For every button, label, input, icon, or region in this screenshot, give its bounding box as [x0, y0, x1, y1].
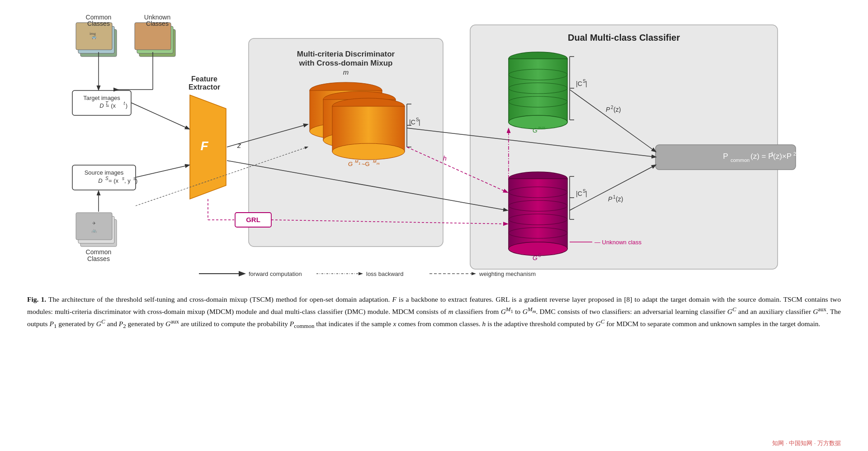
diagram-area: Dual Multi-class Classifier 🚌 img Common…	[27, 9, 841, 290]
feature-extractor-label: Feature	[191, 75, 217, 83]
svg-text:|: |	[419, 119, 420, 126]
watermark: 知网 · 中国知网 · 万方数据	[772, 439, 841, 447]
source-images-label: Source images	[85, 169, 124, 176]
caption-text: The architecture of the threshold self-t…	[27, 295, 841, 328]
svg-text:= (x: = (x	[106, 102, 116, 109]
target-images-label: Target images	[83, 95, 120, 101]
gm-label: G	[348, 161, 353, 167]
svg-text:= (x: = (x	[108, 177, 119, 184]
main-container: Dual Multi-class Classifier 🚌 img Common…	[0, 0, 868, 451]
svg-text:img: img	[90, 31, 96, 36]
svg-text:|: |	[585, 190, 587, 197]
svg-rect-45	[509, 59, 567, 122]
h-label: h	[443, 155, 447, 162]
discriminator-label1: Multi-criteria Discriminator	[297, 50, 395, 58]
architecture-diagram: Dual Multi-class Classifier 🚌 img Common…	[27, 9, 841, 290]
svg-text:1: 1	[359, 161, 360, 166]
svg-text:(z): (z)	[613, 106, 621, 113]
common-classes-label-top2: Classes	[87, 20, 110, 27]
svg-point-36	[332, 143, 405, 160]
feature-extractor-label2: Extractor	[189, 83, 220, 91]
target-images-eq: D	[99, 102, 104, 109]
svg-line-74	[131, 103, 189, 129]
p1-label: P	[608, 195, 613, 203]
svg-text:): )	[136, 177, 137, 184]
m-label: m	[343, 68, 349, 76]
svg-text:|: |	[585, 80, 587, 87]
svg-text:(z)×P: (z)×P	[773, 152, 792, 161]
legend-loss: loss backward	[366, 271, 403, 277]
common-classes-label-bottom: Common	[86, 248, 112, 256]
p2-label: P	[606, 106, 610, 113]
legend-forward: forward computation	[249, 271, 302, 277]
svg-text:✈: ✈	[92, 221, 96, 226]
svg-text:~G: ~G	[362, 161, 370, 167]
svg-text:M: M	[355, 159, 359, 164]
unknown-class-label: — Unknown class	[594, 239, 642, 246]
cs-label-purple: |C	[576, 190, 582, 197]
gc-label: G	[533, 254, 538, 261]
legend-weighting: weighting mechanism	[479, 271, 536, 277]
caption-area: Fig. 1. The architecture of the threshol…	[27, 294, 841, 331]
svg-text:common: common	[731, 157, 750, 163]
svg-text:(z) = P: (z) = P	[750, 152, 774, 161]
z-label: z	[237, 142, 241, 149]
svg-text:(z): (z)	[796, 152, 805, 161]
svg-text:(z): (z)	[616, 195, 623, 203]
fig-label: Fig. 1.	[27, 295, 46, 303]
svg-text:🚲: 🚲	[91, 228, 97, 233]
svg-text:, y: , y	[124, 177, 131, 184]
gaux-label: G	[533, 127, 538, 134]
svg-text:S: S	[105, 176, 108, 181]
svg-line-75	[136, 165, 189, 177]
svg-text:aux: aux	[538, 125, 545, 130]
svg-text:m: m	[377, 161, 380, 166]
unknown-classes-label2: Classes	[146, 20, 169, 27]
svg-text:M: M	[373, 159, 377, 164]
svg-text:C: C	[538, 253, 542, 258]
dual-classifier-label: Dual Multi-class Classifier	[568, 33, 680, 43]
common-classes-label-bottom2: Classes	[87, 255, 110, 262]
feature-extractor-f: F	[200, 139, 208, 153]
discriminator-label2: with Cross-domain Mixup	[299, 59, 393, 67]
grl-label: GRL	[246, 216, 260, 223]
pcommon-formula: P	[723, 152, 728, 161]
svg-text:): )	[126, 102, 127, 109]
svg-rect-25	[76, 213, 112, 240]
cs-label-orange: |C	[409, 119, 415, 126]
cs-label-green: |C	[576, 80, 582, 87]
svg-text:D: D	[98, 177, 102, 184]
